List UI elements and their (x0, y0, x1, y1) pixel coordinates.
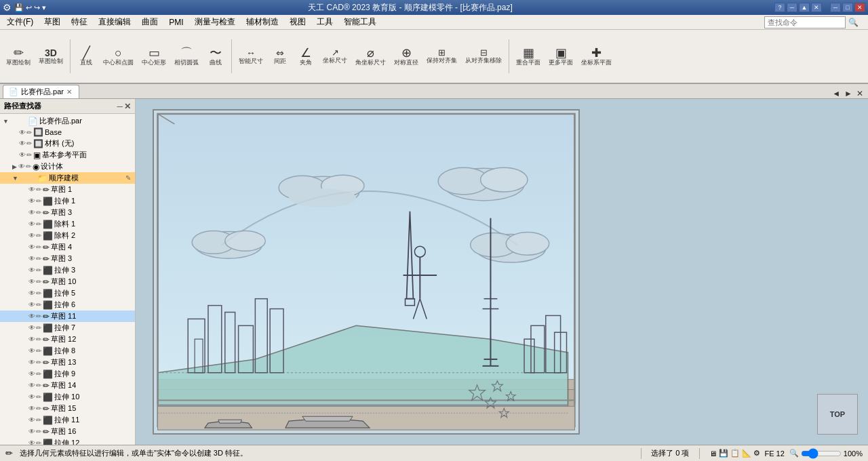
vis-icon-caotu12-1[interactable]: ✏ (36, 336, 41, 343)
vis-icon-caotu14-1[interactable]: ✏ (36, 382, 41, 389)
tb-angular-coord[interactable]: ⌀ 角坐标尺寸 (352, 45, 389, 68)
tree-item-lashen6[interactable]: 👁✏⬛拉伸 6 (0, 299, 135, 310)
tab-nav-prev[interactable]: ◄ (830, 89, 842, 98)
vis-icon-lashen10-0[interactable]: 👁 (28, 393, 35, 401)
inner-min-button[interactable]: ─ (787, 3, 797, 12)
qa-redo[interactable]: ↪ (34, 3, 40, 12)
vis-icon-lashen8-0[interactable]: 👁 (28, 347, 35, 355)
vis-icon-caotu4-0[interactable]: 👁 (28, 243, 35, 251)
tree-item-lashen10[interactable]: 👁✏⬛拉伸 10 (0, 391, 135, 403)
sidebar-minimize-btn[interactable]: ─ (117, 102, 123, 111)
tree-item-lashen7[interactable]: 👁✏⬛拉伸 7 (0, 322, 135, 334)
tb-sym-diameter[interactable]: ⊕ 对称直径 (391, 45, 422, 68)
tb-smart-dim[interactable]: ↔ 智能尺寸 (235, 46, 267, 67)
tree-item-caotu3[interactable]: 👁✏✏草图 3 (0, 207, 135, 218)
tree-item-lashen11[interactable]: 👁✏⬛拉伸 11 (0, 414, 135, 426)
menu-direct-edit[interactable]: 直接编辑 (93, 15, 136, 29)
tree-arrow-design[interactable]: ▶ (12, 163, 17, 170)
tree-item-chuliao1[interactable]: 👁✏⬛除料 1 (0, 218, 135, 230)
tree-item-caotu16[interactable]: 👁✏✏草图 16 (0, 426, 135, 437)
status-icon-clipboard[interactable]: 📋 (730, 449, 740, 458)
vis-icon-lashen3-1[interactable]: ✏ (36, 266, 41, 274)
vis-icon-lashen9-0[interactable]: 👁 (28, 370, 35, 378)
tree-item-lashen5[interactable]: 👁✏⬛拉伸 5 (0, 287, 135, 299)
nav-cube[interactable]: TOP (817, 394, 858, 435)
vis-icon-design-0[interactable]: 👁 (18, 163, 25, 170)
menu-pmi[interactable]: PMI (163, 16, 189, 28)
tb-coord-plane[interactable]: ✚ 坐标系平面 (578, 45, 615, 68)
vis-icon-caotu2b-1[interactable]: ✏ (36, 255, 41, 262)
tb-rect-center[interactable]: ▭ 中心矩形 (138, 45, 170, 68)
vis-icon-lashen5-1[interactable]: ✏ (36, 289, 41, 297)
tree-rename-icon-shunjian[interactable]: ✎ (125, 174, 131, 182)
vis-icon-lashen8-1[interactable]: ✏ (36, 347, 41, 355)
vis-icon-caotu10-1[interactable]: ✏ (36, 278, 41, 285)
tree-item-caotu10[interactable]: 👁✏✏草图 10 (0, 276, 135, 287)
vis-icon-lashen12-0[interactable]: 👁 (28, 439, 35, 445)
inner-restore-button[interactable]: ▲ (799, 3, 810, 12)
tree-item-caotu1[interactable]: 👁✏✏草图 1 (0, 184, 135, 195)
win-min-button[interactable]: ─ (830, 3, 841, 12)
search-icon[interactable]: 🔍 (846, 18, 861, 27)
tree-arrow-root[interactable]: ▼ (3, 118, 9, 125)
vis-icon-lashen7-0[interactable]: 👁 (28, 324, 35, 332)
tb-sketch-draw[interactable]: ✏ 草图绘制 (3, 45, 34, 68)
vis-icon-caotu14-0[interactable]: 👁 (28, 382, 35, 389)
tree-item-caotu13[interactable]: 👁✏✏草图 13 (0, 357, 135, 368)
tb-3d[interactable]: 3D 草图绘制 (35, 46, 66, 67)
status-icon-ruler[interactable]: 📐 (742, 449, 751, 458)
menu-view[interactable]: 视图 (284, 15, 311, 29)
tree-item-base[interactable]: 👁✏🔲Base (0, 127, 135, 138)
status-icon-save[interactable]: 💾 (719, 449, 728, 458)
tb-curve[interactable]: 〜 曲线 (203, 45, 228, 68)
vis-icon-lashen11-1[interactable]: ✏ (36, 416, 41, 424)
vis-icon-caotu10-0[interactable]: 👁 (28, 278, 35, 285)
vis-icon-caotu12-0[interactable]: 👁 (28, 336, 35, 343)
qa-save[interactable]: 💾 (14, 3, 24, 12)
tree-item-lashen1[interactable]: 👁✏⬛拉伸 1 (0, 195, 135, 207)
vis-icon-lashen11-0[interactable]: 👁 (28, 416, 35, 424)
tab-nav-close[interactable]: ✕ (854, 89, 865, 98)
tree-item-lashen8[interactable]: 👁✏⬛拉伸 8 (0, 345, 135, 357)
vis-icon-lashen12-1[interactable]: ✏ (36, 439, 41, 445)
vis-icon-refplane-0[interactable]: 👁 (19, 151, 26, 159)
vis-icon-caotu1-0[interactable]: 👁 (28, 186, 35, 193)
tree-item-material[interactable]: 👁✏🔲材料 (无) (0, 138, 135, 149)
tb-remove-align[interactable]: ⊟ 从对齐集移除 (462, 46, 505, 66)
tree-item-caotu15[interactable]: 👁✏✏草图 15 (0, 403, 135, 414)
tree-item-root[interactable]: ▼📄比赛作品.par (0, 115, 135, 127)
menu-measure[interactable]: 测量与检查 (189, 15, 241, 29)
menu-file[interactable]: 文件(F) (1, 15, 39, 29)
vis-icon-refplane-1[interactable]: ✏ (26, 151, 32, 159)
vis-icon-lashen9-1[interactable]: ✏ (36, 370, 41, 378)
tree-item-caotu14[interactable]: 👁✏✏草图 14 (0, 380, 135, 391)
command-search-input[interactable] (764, 16, 846, 28)
vis-icon-caotu11-0[interactable]: 👁 (28, 313, 35, 320)
vis-icon-caotu3-1[interactable]: ✏ (36, 209, 41, 216)
vis-icon-chuliao1-1[interactable]: ✏ (36, 220, 41, 228)
tb-tangent-arc[interactable]: ⌒ 相切圆弧 (171, 45, 202, 68)
qa-undo[interactable]: ↩ (26, 3, 32, 12)
menu-surface[interactable]: 曲面 (136, 15, 163, 29)
tree-item-shunjian[interactable]: ▼📁顺序建模✎ (0, 172, 135, 184)
tb-circle-center[interactable]: ○ 中心和点圆 (100, 45, 137, 68)
tree-item-caotu4[interactable]: 👁✏✏草图 4 (0, 241, 135, 253)
inner-close-button[interactable]: ✕ (811, 3, 822, 12)
tb-keep-align[interactable]: ⊞ 保持对齐集 (423, 46, 460, 66)
vis-icon-chuliao2-0[interactable]: 👁 (28, 232, 35, 239)
tree-item-lashen12[interactable]: 👁✏⬛拉伸 12 (0, 437, 135, 445)
vis-icon-caotu13-1[interactable]: ✏ (36, 359, 41, 366)
vis-icon-caotu16-0[interactable]: 👁 (28, 428, 35, 435)
vis-icon-design-1[interactable]: ✏ (26, 163, 31, 170)
tree-item-caotu2b[interactable]: 👁✏✏草图 3 (0, 253, 135, 264)
vis-icon-lashen3-0[interactable]: 👁 (28, 266, 35, 274)
vis-icon-chuliao1-0[interactable]: 👁 (28, 220, 35, 228)
tree-item-caotu12[interactable]: 👁✏✏草图 12 (0, 334, 135, 345)
vis-icon-lashen6-1[interactable]: ✏ (36, 301, 41, 308)
tree-item-lashen3[interactable]: 👁✏⬛拉伸 3 (0, 264, 135, 276)
tab-nav-next[interactable]: ► (842, 89, 854, 98)
vis-icon-caotu13-0[interactable]: 👁 (28, 359, 35, 366)
sidebar-close-btn[interactable]: ✕ (124, 102, 131, 111)
tree-item-design[interactable]: ▶👁✏◉设计体 (0, 161, 135, 172)
vis-icon-lashen10-1[interactable]: ✏ (36, 393, 41, 401)
